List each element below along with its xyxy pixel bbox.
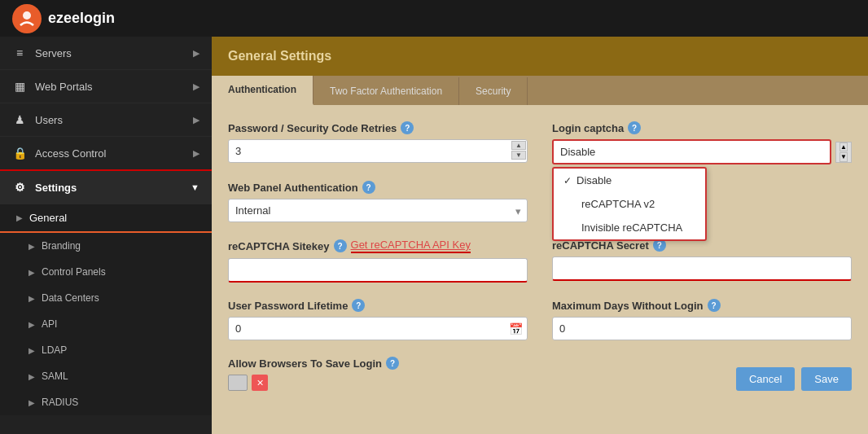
captcha-option-disable-label: Disable bbox=[576, 174, 612, 186]
control-panels-bullet: ▶ bbox=[28, 268, 35, 277]
action-buttons: Cancel Save bbox=[736, 367, 852, 391]
recaptcha-api-link[interactable]: Get reCAPTCHA API Key bbox=[351, 239, 471, 253]
password-retries-help-icon[interactable]: ? bbox=[401, 121, 414, 134]
sidebar-sub-item-general[interactable]: ▶ General bbox=[0, 204, 212, 233]
tab-security[interactable]: Security bbox=[459, 77, 528, 105]
sidebar-sub-item-data-centers[interactable]: ▶ Data Centers bbox=[0, 285, 212, 311]
sidebar-sub-item-data-centers-label: Data Centers bbox=[42, 292, 99, 304]
password-lifetime-input-wrapper: 📅 bbox=[228, 317, 528, 340]
allow-browsers-group: Allow Browsers To Save Login ? ✕ bbox=[228, 357, 528, 391]
sidebar-sub-item-saml-label: SAML bbox=[42, 370, 68, 382]
password-retries-label: Password / Security Code Retries ? bbox=[228, 121, 528, 134]
allow-browsers-checkbox[interactable] bbox=[228, 375, 248, 391]
captcha-option-invisible[interactable]: Invisible reCAPTCHA bbox=[554, 216, 705, 239]
recaptcha-sitekey-help-icon[interactable]: ? bbox=[334, 239, 347, 252]
cancel-button[interactable]: Cancel bbox=[736, 367, 795, 391]
sidebar-item-users-label: Users bbox=[35, 114, 63, 126]
save-button[interactable]: Save bbox=[801, 367, 852, 391]
max-days-help-icon[interactable]: ? bbox=[708, 299, 721, 312]
main-layout: ≡ Servers ▶ ▦ Web Portals ▶ ♟ Users ▶ 🔒 … bbox=[0, 37, 868, 434]
sidebar-sub-item-saml[interactable]: ▶ SAML bbox=[0, 363, 212, 389]
recaptcha-sitekey-input[interactable] bbox=[228, 258, 528, 283]
sidebar-sub-item-general-label: General bbox=[29, 212, 67, 224]
password-retries-input-wrapper: ▲ ▼ bbox=[228, 139, 528, 163]
spinner-up[interactable]: ▲ bbox=[511, 141, 526, 150]
sidebar-sub-item-radius-label: RADIUS bbox=[42, 397, 78, 408]
general-bullet: ▶ bbox=[16, 213, 23, 222]
page-title: General Settings bbox=[228, 49, 331, 63]
form-area: Password / Security Code Retries ? ▲ ▼ bbox=[212, 105, 868, 434]
tab-security-label: Security bbox=[476, 85, 511, 97]
users-arrow: ▶ bbox=[193, 115, 199, 125]
recaptcha-secret-input[interactable] bbox=[552, 256, 852, 281]
login-captcha-group: Login captcha ? ▲ ▼ ✓ Dis bbox=[552, 121, 852, 164]
buttons-group: Cancel Save bbox=[552, 357, 852, 391]
web-panel-auth-group: Web Panel Authentication ? Internal bbox=[228, 181, 528, 222]
login-captcha-label-text: Login captcha bbox=[552, 122, 624, 134]
tab-authentication-label: Authentication bbox=[228, 84, 296, 95]
content-header: General Settings bbox=[212, 37, 868, 76]
sidebar-sub-item-api[interactable]: ▶ API bbox=[0, 311, 212, 337]
data-centers-bullet: ▶ bbox=[28, 294, 35, 303]
sidebar-sub-item-api-label: API bbox=[42, 318, 57, 330]
sidebar-item-web-portals[interactable]: ▦ Web Portals ▶ bbox=[0, 70, 212, 103]
spinner-down[interactable]: ▼ bbox=[511, 151, 526, 160]
captcha-scroll-btn[interactable]: ▲ ▼ bbox=[835, 142, 852, 163]
radius-bullet: ▶ bbox=[28, 398, 35, 407]
login-captcha-input[interactable] bbox=[552, 139, 831, 164]
web-panel-auth-label-text: Web Panel Authentication bbox=[228, 182, 358, 194]
captcha-dropdown: ✓ Disable reCAPTCHA v2 Invisible reCAPTC… bbox=[552, 167, 707, 241]
users-icon: ♟ bbox=[12, 113, 27, 126]
recaptcha-sitekey-label: reCAPTCHA Sitekey ? Get reCAPTCHA API Ke… bbox=[228, 239, 528, 253]
password-retries-label-text: Password / Security Code Retries bbox=[228, 122, 397, 134]
sidebar-sub-item-branding[interactable]: ▶ Branding bbox=[0, 233, 212, 259]
tab-authentication[interactable]: Authentication bbox=[212, 76, 313, 105]
allow-browsers-help-icon[interactable]: ? bbox=[386, 357, 399, 370]
allow-browsers-label: Allow Browsers To Save Login ? bbox=[228, 357, 528, 370]
login-captcha-label: Login captcha ? bbox=[552, 121, 852, 134]
captcha-option-invisible-label: Invisible reCAPTCHA bbox=[581, 221, 682, 234]
allow-browsers-toggle-row: ✕ bbox=[228, 375, 528, 391]
password-lifetime-input[interactable] bbox=[228, 317, 528, 340]
sidebar-sub-item-ldap[interactable]: ▶ LDAP bbox=[0, 337, 212, 363]
password-lifetime-label-text: User Password Lifetime bbox=[228, 300, 348, 312]
sidebar-sub-item-branding-label: Branding bbox=[42, 240, 81, 252]
max-days-input[interactable] bbox=[552, 317, 852, 340]
recaptcha-secret-group: reCAPTCHA Secret ? bbox=[552, 239, 852, 283]
web-panel-auth-select[interactable]: Internal bbox=[228, 199, 528, 222]
max-days-group: Maximum Days Without Login ? bbox=[552, 299, 852, 340]
sidebar: ≡ Servers ▶ ▦ Web Portals ▶ ♟ Users ▶ 🔒 … bbox=[0, 37, 212, 434]
web-portals-arrow: ▶ bbox=[193, 81, 199, 92]
captcha-option-recaptcha-v2[interactable]: reCAPTCHA v2 bbox=[554, 192, 705, 216]
web-portals-icon: ▦ bbox=[12, 80, 27, 93]
password-retries-input[interactable] bbox=[228, 139, 528, 163]
allow-browsers-x[interactable]: ✕ bbox=[252, 375, 268, 391]
ldap-bullet: ▶ bbox=[28, 346, 35, 355]
sidebar-item-users[interactable]: ♟ Users ▶ bbox=[0, 103, 212, 137]
tab-two-factor[interactable]: Two Factor Authentication bbox=[313, 77, 459, 105]
sidebar-sub-menu: ▶ General ▶ Branding ▶ Control Panels ▶ … bbox=[0, 204, 212, 415]
max-days-label: Maximum Days Without Login ? bbox=[552, 299, 852, 312]
sidebar-sub-item-ldap-label: LDAP bbox=[42, 344, 67, 356]
password-lifetime-help-icon[interactable]: ? bbox=[352, 299, 365, 312]
sidebar-sub-item-control-panels[interactable]: ▶ Control Panels bbox=[0, 259, 212, 285]
login-captcha-help-icon[interactable]: ? bbox=[628, 121, 641, 134]
access-control-arrow: ▶ bbox=[193, 148, 199, 159]
sidebar-item-settings[interactable]: ⚙ Settings ▼ bbox=[0, 171, 212, 204]
sidebar-item-web-portals-label: Web Portals bbox=[35, 81, 93, 93]
sidebar-sub-item-radius[interactable]: ▶ RADIUS bbox=[0, 389, 212, 415]
sidebar-item-servers-label: Servers bbox=[35, 47, 72, 59]
recaptcha-sitekey-group: reCAPTCHA Sitekey ? Get reCAPTCHA API Ke… bbox=[228, 239, 528, 283]
disable-check: ✓ bbox=[563, 175, 572, 186]
recaptcha-sitekey-label-text: reCAPTCHA Sitekey bbox=[228, 240, 330, 252]
sidebar-item-access-control[interactable]: 🔒 Access Control ▶ bbox=[0, 137, 212, 171]
api-bullet: ▶ bbox=[28, 320, 35, 329]
captcha-option-disable[interactable]: ✓ Disable bbox=[554, 169, 705, 192]
calendar-icon: 📅 bbox=[509, 322, 523, 335]
captcha-option-recaptcha-v2-label: reCAPTCHA v2 bbox=[581, 198, 655, 210]
allow-browsers-label-text: Allow Browsers To Save Login bbox=[228, 357, 382, 370]
web-panel-auth-help-icon[interactable]: ? bbox=[362, 181, 375, 194]
sidebar-item-servers[interactable]: ≡ Servers ▶ bbox=[0, 37, 212, 70]
password-retries-spinner: ▲ ▼ bbox=[511, 141, 526, 160]
saml-bullet: ▶ bbox=[28, 372, 35, 381]
